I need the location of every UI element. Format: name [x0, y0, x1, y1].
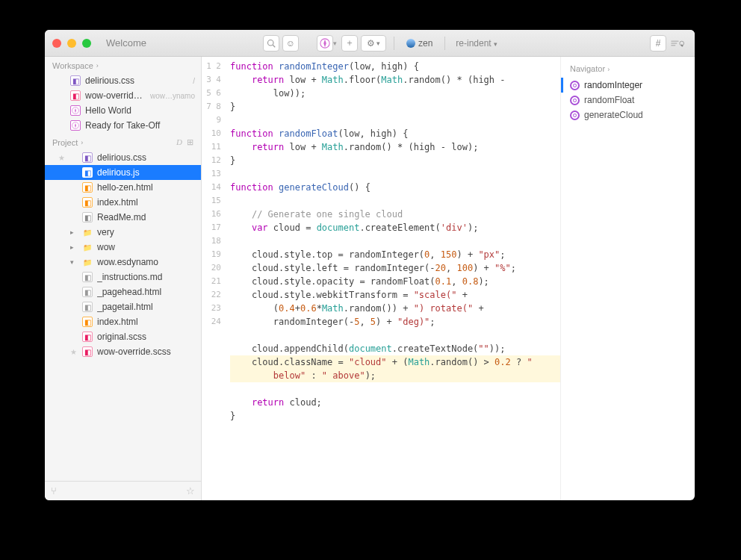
- project-item[interactable]: ▾📁wow.esdynamo: [45, 255, 201, 270]
- navigator-header[interactable]: Navigator ›: [561, 60, 695, 78]
- disclosure-triangle[interactable]: ▸: [70, 243, 78, 251]
- file-name: delirious.css: [85, 75, 188, 86]
- file-name: wow: [97, 242, 195, 252]
- workspace-item[interactable]: ◧delirious.css/: [45, 73, 201, 88]
- text-tool-icon[interactable]: D: [176, 137, 182, 147]
- file-name: _pagetail.html: [97, 302, 195, 312]
- disclosure-triangle[interactable]: ▾: [70, 258, 78, 266]
- separator: [394, 37, 394, 50]
- gear-menu[interactable]: ⚙ ▾: [361, 35, 386, 52]
- folder-icon: 📁: [82, 242, 93, 252]
- file-name: Hello World: [85, 105, 195, 116]
- file-name: _pagehead.html: [97, 287, 195, 297]
- scss-file-icon: ◧: [70, 90, 81, 101]
- compass-icon: [70, 120, 81, 131]
- minimize-button[interactable]: [67, 39, 76, 48]
- add-button[interactable]: ＋: [341, 35, 358, 52]
- file-name: Ready for Take-Off: [85, 120, 195, 131]
- compass-button[interactable]: [317, 35, 333, 52]
- css-file-icon: ◧: [70, 75, 81, 86]
- file-file-icon: ◧: [82, 287, 93, 297]
- file-name: wow-override.scss: [97, 346, 195, 357]
- sidebar: Workspace › ◧delirious.css/◧wow-override…: [45, 57, 202, 500]
- navigator-item[interactable]: generateCloud: [561, 108, 695, 122]
- file-name: ReadMe.md: [97, 212, 195, 223]
- star-icon[interactable]: ★: [70, 348, 78, 356]
- file-name: delirious.js: [97, 167, 195, 178]
- titlebar: Welcome ☺ ▾ ＋ ⚙ ▾ zen re-indent ▾ #: [45, 30, 695, 57]
- code-editor[interactable]: 1 2 3 4 5 6 7 8 9 10 11 12 13 14 15 16 1…: [202, 57, 560, 500]
- zen-toggle[interactable]: zen: [406, 38, 432, 49]
- navigator-panel: Navigator › randomIntegerrandomFloatgene…: [560, 57, 695, 500]
- project-item[interactable]: ◧original.scss: [45, 329, 201, 344]
- project-item[interactable]: ◧index.html: [45, 195, 201, 210]
- file-name: very: [97, 227, 195, 237]
- folder-icon: 📁: [82, 257, 93, 267]
- project-item[interactable]: ▸📁wow: [45, 240, 201, 255]
- workspace-header[interactable]: Workspace ›: [45, 57, 201, 73]
- symbol-name: randomFloat: [584, 95, 634, 105]
- app-window: Welcome ☺ ▾ ＋ ⚙ ▾ zen re-indent ▾ # Work…: [45, 30, 695, 500]
- hash-button[interactable]: #: [650, 35, 666, 52]
- zen-icon: [406, 39, 415, 48]
- function-icon: [570, 81, 580, 90]
- settings-icon[interactable]: [669, 35, 686, 52]
- file-meta: wow…ynamo: [150, 92, 195, 100]
- star-icon[interactable]: ☆: [186, 485, 195, 497]
- html-file-icon: ◧: [82, 317, 93, 327]
- function-icon: [570, 96, 580, 105]
- project-header[interactable]: Project › D⊞: [45, 133, 201, 150]
- md-file-icon: ◧: [82, 212, 93, 223]
- workspace-item[interactable]: ◧wow-override.scsswow…ynamo: [45, 88, 201, 103]
- project-item[interactable]: ◧_pagetail.html: [45, 299, 201, 314]
- file-name: index.html: [97, 317, 195, 327]
- svg-rect-6: [680, 44, 683, 47]
- symbol-name: randomInteger: [584, 80, 642, 90]
- zoom-button[interactable]: [82, 39, 91, 48]
- file-name: wow.esdynamo: [97, 257, 195, 267]
- svg-line-1: [273, 45, 275, 47]
- line-gutter: 1 2 3 4 5 6 7 8 9 10 11 12 13 14 15 16 1…: [202, 57, 226, 500]
- html-file-icon: ◧: [82, 197, 93, 208]
- workspace-item[interactable]: Hello World: [45, 103, 201, 118]
- navigator-item[interactable]: randomInteger: [561, 78, 695, 93]
- sidebar-footer: ⑂ ☆: [45, 481, 201, 500]
- project-item[interactable]: ◧_pagehead.html: [45, 284, 201, 299]
- disclosure-triangle[interactable]: ▸: [70, 228, 78, 236]
- branch-icon[interactable]: ⑂: [51, 485, 57, 497]
- svg-point-0: [267, 40, 273, 46]
- window-controls: [52, 39, 91, 48]
- zen-label: zen: [418, 38, 432, 49]
- file-name: wow-override.scss: [85, 90, 146, 101]
- project-item[interactable]: ★◧wow-override.scss: [45, 344, 201, 359]
- scss-file-icon: ◧: [82, 332, 93, 342]
- project-item[interactable]: ◧ReadMe.md: [45, 210, 201, 225]
- code-content[interactable]: function randomInteger(low, high) { retu…: [226, 57, 560, 500]
- file-file-icon: ◧: [82, 302, 93, 312]
- file-name: index.html: [97, 197, 195, 208]
- file-name: _instructions.md: [97, 272, 195, 282]
- file-file-icon: ◧: [82, 272, 93, 282]
- navigator-item[interactable]: randomFloat: [561, 93, 695, 108]
- tab-title[interactable]: Welcome: [102, 37, 261, 49]
- reindent-menu[interactable]: re-indent ▾: [456, 38, 497, 49]
- project-item[interactable]: ◧index.html: [45, 314, 201, 329]
- project-item[interactable]: ▸📁very: [45, 225, 201, 240]
- close-button[interactable]: [52, 39, 61, 48]
- symbol-name: generateCloud: [584, 110, 643, 120]
- file-name: delirious.css: [97, 152, 195, 163]
- file-name: original.scss: [97, 332, 195, 342]
- chevron-down-icon[interactable]: ▾: [333, 40, 337, 47]
- workspace-item[interactable]: Ready for Take-Off: [45, 118, 201, 133]
- project-item[interactable]: ◧delirious.js: [45, 165, 201, 180]
- separator: [444, 37, 445, 50]
- css-file-icon: ◧: [82, 152, 93, 163]
- project-item[interactable]: ◧hello-zen.html: [45, 180, 201, 195]
- grid-tool-icon[interactable]: ⊞: [187, 137, 193, 147]
- project-item[interactable]: ★◧delirious.css: [45, 150, 201, 165]
- smile-button[interactable]: ☺: [282, 35, 299, 52]
- folder-icon: 📁: [82, 227, 93, 237]
- project-item[interactable]: ◧_instructions.md: [45, 270, 201, 284]
- star-icon[interactable]: ★: [58, 154, 66, 162]
- search-button[interactable]: [263, 35, 279, 52]
